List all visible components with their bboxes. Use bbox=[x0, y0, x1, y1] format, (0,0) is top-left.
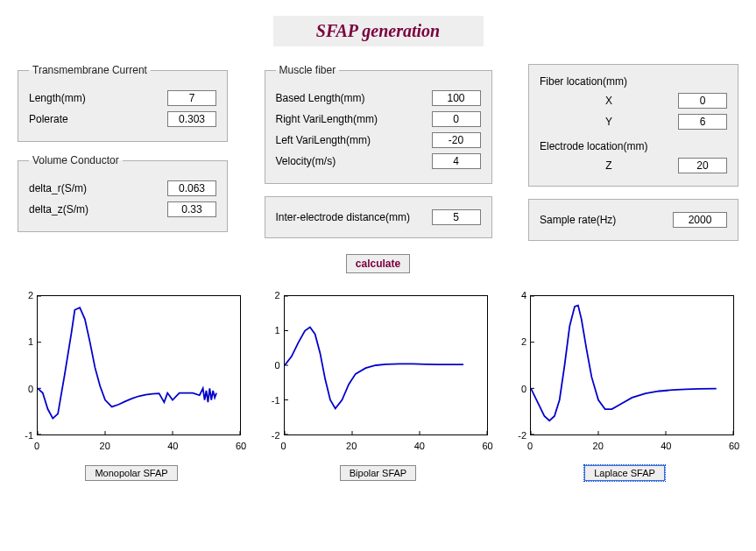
transmembrane-group: Transmembrane Current Length(mm) Polerat… bbox=[18, 64, 228, 142]
plot-area bbox=[37, 295, 241, 435]
left-vari-label: Left VariLength(mm) bbox=[276, 134, 432, 146]
y-tick-label: -2 bbox=[511, 430, 526, 441]
plot-area bbox=[284, 295, 488, 435]
inter-electrode-label: Inter-electrode distance(mm) bbox=[276, 211, 432, 223]
bipolar-button[interactable]: Bipolar SFAP bbox=[340, 465, 416, 481]
x-tick-label: 0 bbox=[280, 441, 286, 451]
calculate-button[interactable]: calculate bbox=[346, 254, 410, 273]
x-tick-label: 40 bbox=[414, 441, 425, 451]
laplace-button[interactable]: Laplace SFAP bbox=[584, 465, 665, 481]
y-tick-label: 0 bbox=[265, 360, 280, 371]
y-tick-label: -1 bbox=[18, 430, 33, 441]
x-tick-label: 60 bbox=[482, 441, 492, 451]
x-tick-label: 40 bbox=[167, 441, 178, 451]
inter-electrode-input[interactable] bbox=[432, 209, 481, 225]
polerate-input[interactable] bbox=[167, 111, 216, 127]
muscle-fiber-group: Muscle fiber Based Length(mm) Right Vari… bbox=[265, 64, 492, 184]
right-vari-label: Right VariLength(mm) bbox=[276, 113, 432, 125]
volume-legend: Volume Conductor bbox=[29, 154, 123, 166]
sample-rate-panel: Sample rate(Hz) bbox=[528, 199, 738, 241]
sample-rate-label: Sample rate(Hz) bbox=[540, 214, 673, 226]
y-label: Y bbox=[540, 116, 678, 128]
sample-rate-input[interactable] bbox=[673, 212, 727, 228]
series-line bbox=[531, 306, 717, 421]
velocity-label: Velocity(m/s) bbox=[276, 155, 432, 167]
volume-conductor-group: Volume Conductor delta_r(S/m) delta_z(S/… bbox=[18, 154, 228, 232]
charts-area: -10120204060 Monopolar SFAP -2-101202040… bbox=[18, 291, 738, 481]
x-tick-label: 0 bbox=[34, 441, 39, 451]
series-line bbox=[38, 307, 216, 418]
z-input[interactable] bbox=[678, 158, 727, 173]
bipolar-chart: -2-10120204060 bbox=[265, 291, 492, 453]
location-panel: Fiber location(mm) X Y Electrode locatio… bbox=[528, 64, 738, 187]
y-tick-label: 1 bbox=[18, 336, 33, 347]
x-tick-label: 40 bbox=[661, 441, 671, 451]
y-input[interactable] bbox=[678, 114, 727, 130]
y-tick-label: 1 bbox=[265, 325, 280, 336]
muscle-legend: Muscle fiber bbox=[276, 64, 340, 76]
length-input[interactable] bbox=[167, 90, 216, 106]
parameters-area: Transmembrane Current Length(mm) Polerat… bbox=[18, 64, 738, 282]
x-tick-label: 60 bbox=[729, 441, 739, 451]
x-tick-label: 20 bbox=[593, 441, 604, 451]
delta-z-input[interactable] bbox=[167, 201, 216, 217]
plot-area bbox=[530, 295, 734, 435]
x-label: X bbox=[540, 95, 678, 107]
right-vari-input[interactable] bbox=[432, 111, 481, 127]
monopolar-chart: -10120204060 bbox=[18, 291, 245, 453]
length-label: Length(mm) bbox=[29, 92, 167, 104]
delta-r-label: delta_r(S/m) bbox=[29, 182, 167, 194]
x-input[interactable] bbox=[678, 93, 727, 109]
x-tick-label: 20 bbox=[346, 441, 357, 451]
x-tick-label: 0 bbox=[527, 441, 533, 451]
delta-r-input[interactable] bbox=[167, 180, 216, 196]
page-title: SFAP generation bbox=[316, 21, 440, 40]
x-tick-label: 20 bbox=[100, 441, 110, 451]
series-line bbox=[285, 328, 463, 409]
title-bar: SFAP generation bbox=[273, 16, 484, 46]
y-tick-label: -1 bbox=[265, 395, 280, 406]
y-tick-label: 4 bbox=[511, 290, 526, 300]
polerate-label: Polerate bbox=[29, 113, 167, 125]
based-length-label: Based Length(mm) bbox=[276, 92, 432, 104]
left-vari-input[interactable] bbox=[432, 132, 481, 148]
y-tick-label: 2 bbox=[265, 290, 280, 300]
y-tick-label: 0 bbox=[511, 384, 526, 394]
delta-z-label: delta_z(S/m) bbox=[29, 203, 167, 215]
monopolar-button[interactable]: Monopolar SFAP bbox=[85, 465, 177, 481]
y-tick-label: 2 bbox=[511, 336, 526, 347]
based-length-input[interactable] bbox=[432, 90, 481, 106]
y-tick-label: -2 bbox=[265, 430, 280, 441]
fiber-location-label: Fiber location(mm) bbox=[540, 75, 727, 88]
y-tick-label: 0 bbox=[18, 384, 33, 394]
inter-electrode-panel: Inter-electrode distance(mm) bbox=[265, 196, 492, 238]
y-tick-label: 2 bbox=[18, 290, 33, 300]
laplace-chart: -20240204060 bbox=[511, 291, 738, 453]
transmembrane-legend: Transmembrane Current bbox=[29, 64, 151, 76]
electrode-location-label: Electrode location(mm) bbox=[540, 140, 727, 152]
x-tick-label: 60 bbox=[236, 441, 246, 451]
z-label: Z bbox=[540, 159, 678, 172]
velocity-input[interactable] bbox=[432, 153, 481, 169]
